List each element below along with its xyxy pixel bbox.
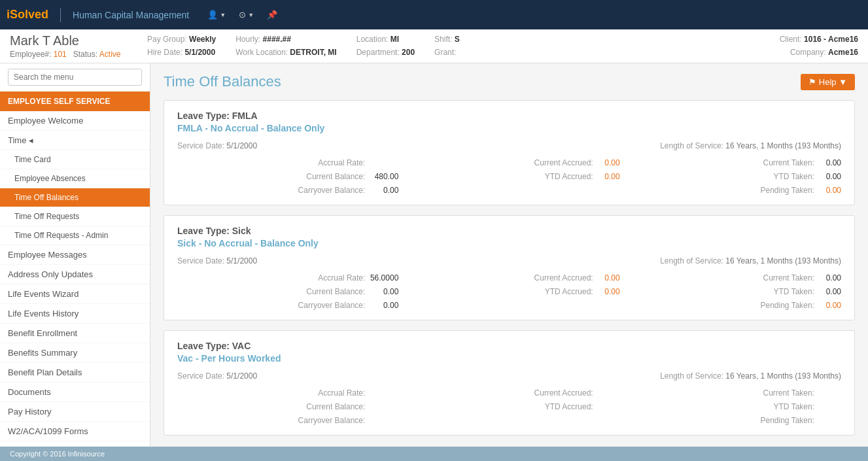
nav-icons: 👤 ▼ ⊙ ▼ 📌 <box>202 7 283 22</box>
help-menu-button[interactable]: ⊙ ▼ <box>234 7 259 22</box>
current-accrued-1: Current Accrued: 0.00 <box>398 273 619 282</box>
current-balance-2: Current Balance: <box>177 402 398 411</box>
work-location-value: DETROIT, MI <box>290 48 336 57</box>
main-layout: EMPLOYEE SELF SERVICE Employee WelcomeTi… <box>0 63 868 447</box>
pending-taken-2: Pending Taken: <box>620 416 841 425</box>
work-location-label: Work Location: <box>235 48 288 57</box>
ytd-accrued-0: YTD Accrued: 0.00 <box>398 172 619 181</box>
pin-button[interactable]: 📌 <box>262 7 283 22</box>
page-header: Time Off Balances ⚑ Help ▼ <box>164 73 855 90</box>
location-value: MI <box>391 35 399 44</box>
sidebar-item-16[interactable]: W2/ACA/1099 Forms <box>0 422 150 441</box>
sidebar-item-6[interactable]: Time Off Requests - Admin <box>0 226 150 245</box>
user-menu-button[interactable]: 👤 ▼ <box>202 7 231 22</box>
leave-type-label-0: Leave Type: FMLA <box>177 111 841 121</box>
pin-icon: 📌 <box>267 10 277 20</box>
hourly-value: ####.## <box>263 35 291 44</box>
hourly-field: Hourly: ####.## <box>235 33 337 46</box>
employee-name-section: Mark T Able Employee#: 101 Status: Activ… <box>10 33 128 59</box>
length-service-2: Length of Service: 16 Years, 1 Months (1… <box>510 371 842 381</box>
app-title: Human Capital Management <box>73 10 189 20</box>
sidebar-item-3[interactable]: Employee Absences <box>0 169 150 188</box>
current-taken-1: Current Taken: 0.00 <box>620 273 841 282</box>
hourly-label: Hourly: <box>235 35 260 44</box>
copyright-text: Copyright © 2016 Infinisource <box>10 450 105 458</box>
current-accrued-2: Current Accrued: <box>398 388 619 398</box>
hire-date-value: 5/1/2000 <box>184 48 215 57</box>
current-balance-0: Current Balance: 480.00 <box>177 172 398 181</box>
user-icon: 👤 <box>207 10 218 20</box>
leave-type-label-2: Leave Type: VAC <box>177 341 841 351</box>
length-service-0: Length of Service: 16 Years, 1 Months (1… <box>510 141 842 150</box>
service-date-2: Service Date: 5/1/2000 <box>177 371 510 381</box>
employee-name: Mark T Able <box>10 33 128 48</box>
sidebar-item-9[interactable]: Life Events Wizard <box>0 284 150 304</box>
sidebar-item-15[interactable]: Pay History <box>0 402 150 422</box>
ytd-accrued-1: YTD Accrued: 0.00 <box>398 287 619 296</box>
length-service-1: Length of Service: 16 Years, 1 Months (1… <box>510 256 842 265</box>
logo-solved: Solved <box>10 8 48 21</box>
service-date-0: Service Date: 5/1/2000 <box>177 141 510 150</box>
client-label: Client: <box>780 35 802 44</box>
sidebar-item-1[interactable]: Time ◂ <box>0 131 150 150</box>
pay-group-label: Pay Group: <box>147 35 187 44</box>
sidebar-item-10[interactable]: Life Events History <box>0 304 150 324</box>
sidebar-items-list: Employee WelcomeTime ◂Time CardEmployee … <box>0 111 150 447</box>
logo: iSolved <box>7 8 48 22</box>
employee-number: 101 <box>54 50 67 59</box>
shift-field: Shift: S <box>434 33 460 46</box>
accrual-rate-1: Accrual Rate: 56.0000 <box>177 273 398 282</box>
employee-sub-info: Employee#: 101 Status: Active <box>10 50 128 59</box>
location-section: Location: MI Department: 200 <box>356 33 415 58</box>
pay-group-value: Weekly <box>189 35 216 44</box>
sidebar-item-5[interactable]: Time Off Requests <box>0 207 150 226</box>
sidebar-item-11[interactable]: Benefit Enrollment <box>0 324 150 343</box>
sidebar-item-13[interactable]: Benefit Plan Details <box>0 363 150 383</box>
sidebar-item-0[interactable]: Employee Welcome <box>0 111 150 131</box>
sidebar: EMPLOYEE SELF SERVICE Employee WelcomeTi… <box>0 63 150 447</box>
current-accrued-0: Current Accrued: 0.00 <box>398 158 619 167</box>
sidebar-item-7[interactable]: Employee Messages <box>0 245 150 265</box>
logo-area: iSolved Human Capital Management <box>7 8 189 22</box>
work-location-field: Work Location: DETROIT, MI <box>235 46 337 59</box>
accrual-rate-0: Accrual Rate: <box>177 158 398 167</box>
company-label: Company: <box>790 48 826 57</box>
leave-card-1: Leave Type: Sick Sick - No Accrual - Bal… <box>164 215 855 320</box>
grant-label: Grant: <box>434 48 456 57</box>
accrual-rate-2: Accrual Rate: <box>177 388 398 398</box>
grant-field: Grant: <box>434 46 460 59</box>
carryover-0: Carryover Balance: 0.00 <box>177 186 398 195</box>
search-input[interactable] <box>8 69 142 86</box>
sidebar-item-12[interactable]: Benefits Summary <box>0 343 150 363</box>
ytd-taken-2: YTD Taken: <box>620 402 841 411</box>
page-title: Time Off Balances <box>164 73 281 90</box>
help-circle-icon: ⊙ <box>239 10 246 20</box>
leave-cards-container: Leave Type: FMLA FMLA - No Accrual - Bal… <box>164 100 855 435</box>
leave-card-0: Leave Type: FMLA FMLA - No Accrual - Bal… <box>164 100 855 205</box>
location-field: Location: MI <box>356 33 415 46</box>
client-value: 1016 - Acme16 <box>804 35 858 44</box>
sidebar-item-17[interactable]: Tax Updates <box>0 441 150 447</box>
sidebar-item-2[interactable]: Time Card <box>0 150 150 169</box>
pay-group-section: Pay Group: Weekly Hire Date: 5/1/2000 <box>147 33 216 58</box>
ytd-accrued-2: YTD Accrued: <box>398 402 619 411</box>
current-balance-1: Current Balance: 0.00 <box>177 287 398 296</box>
sidebar-item-8[interactable]: Address Only Updates <box>0 265 150 284</box>
leave-name-1: Sick - No Accrual - Balance Only <box>177 238 841 248</box>
ytd-taken-0: YTD Taken: 0.00 <box>620 172 841 181</box>
sidebar-item-4[interactable]: Time Off Balances <box>0 188 150 207</box>
sidebar-item-14[interactable]: Documents <box>0 383 150 402</box>
carryover-2: Carryover Balance: <box>177 416 398 425</box>
leave-card-2: Leave Type: VAC Vac - Per Hours Worked S… <box>164 330 855 435</box>
shift-section: Shift: S Grant: <box>434 33 460 58</box>
compensation-section: Hourly: ####.## Work Location: DETROIT, … <box>235 33 337 58</box>
pay-group-field: Pay Group: Weekly <box>147 33 216 46</box>
leave-type-label-1: Leave Type: Sick <box>177 226 841 236</box>
current-taken-0: Current Taken: 0.00 <box>620 158 841 167</box>
help-button[interactable]: ⚑ Help ▼ <box>801 74 855 90</box>
main-content: Time Off Balances ⚑ Help ▼ Leave Type: F… <box>150 63 868 447</box>
client-section: Client: 1016 - Acme16 Company: Acme16 <box>780 33 858 58</box>
footer: Copyright © 2016 Infinisource <box>0 447 868 461</box>
location-label: Location: <box>356 35 389 44</box>
company-field: Company: Acme16 <box>780 46 858 59</box>
